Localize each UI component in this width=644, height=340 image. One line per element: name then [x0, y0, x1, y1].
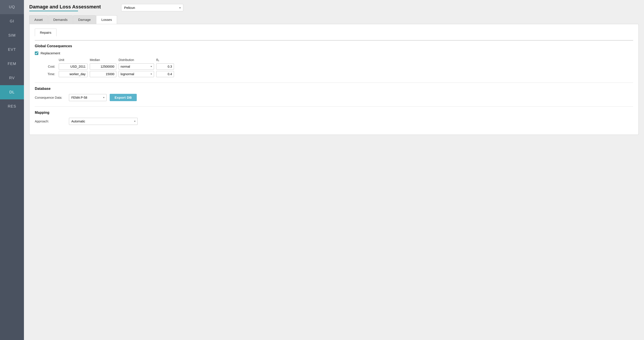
database-title: Database: [35, 87, 633, 91]
col-distribution-header: Distribution: [118, 58, 154, 62]
cost-label: Cost:: [36, 65, 56, 68]
replacement-row: Replacement: [35, 51, 633, 55]
sidebar-item-res[interactable]: RES: [0, 99, 24, 114]
content-area: Repairs Global Consequences Replacement …: [24, 24, 644, 340]
consequence-data-select[interactable]: FEMA P-58 Hazus MH: [69, 94, 106, 101]
approach-label: Approach:: [35, 120, 66, 123]
time-median-input[interactable]: [90, 71, 116, 77]
col-theta1-header: θ₁: [156, 58, 174, 62]
col-median-header: Median: [90, 58, 116, 62]
col-unit-header: Unit: [59, 58, 88, 62]
header-title-block: Damage and Loss Assessment: [29, 4, 101, 11]
database-section: Database Consequence Data: FEMA P-58 Haz…: [35, 87, 633, 101]
section-divider-1: [35, 83, 633, 83]
global-consequences-section: Global Consequences Replacement Unit Med…: [35, 44, 633, 77]
replacement-label: Replacement: [40, 51, 60, 55]
export-db-button[interactable]: Export DB: [110, 94, 137, 101]
consequence-data-select-wrapper: FEMA P-58 Hazus MH: [69, 94, 106, 101]
sidebar-item-evt[interactable]: EVT: [0, 43, 24, 57]
cost-distribution-select[interactable]: normal lognormal uniform: [118, 64, 154, 70]
tab-losses[interactable]: Losses: [96, 15, 117, 24]
sidebar-item-dl[interactable]: DL: [0, 85, 24, 99]
engine-select-wrapper: Pelicun OpenQuake: [121, 4, 183, 11]
page-title: Damage and Loss Assessment: [29, 4, 101, 10]
sidebar-item-fem[interactable]: FEM: [0, 57, 24, 71]
engine-select-container: Pelicun OpenQuake: [121, 4, 183, 11]
sidebar-item-sim[interactable]: SIM: [0, 28, 24, 43]
main-content: Damage and Loss Assessment Pelicun OpenQ…: [24, 0, 644, 340]
time-distribution-wrapper: normal lognormal uniform: [118, 71, 154, 77]
time-theta1-input[interactable]: [156, 71, 174, 77]
time-distribution-select[interactable]: normal lognormal uniform: [118, 71, 154, 77]
cost-theta1-input[interactable]: [156, 64, 174, 70]
consequence-data-label: Consequence Data:: [35, 96, 66, 99]
main-tabs: Asset Demands Damage Losses: [24, 15, 644, 24]
engine-select[interactable]: Pelicun OpenQuake: [121, 4, 183, 11]
sub-tabs: Repairs: [35, 29, 633, 36]
cost-distribution-wrapper: normal lognormal uniform: [118, 64, 154, 70]
data-grid: Unit Median Distribution θ₁ Cost: normal…: [36, 58, 633, 77]
sidebar-item-uq[interactable]: UQ: [0, 0, 24, 14]
replacement-checkbox[interactable]: [35, 52, 38, 55]
tab-asset[interactable]: Asset: [29, 15, 48, 24]
cost-median-input[interactable]: [90, 64, 116, 70]
sub-tab-underline: [35, 40, 633, 41]
time-label: Time:: [36, 72, 56, 76]
content-panel: Repairs Global Consequences Replacement …: [29, 24, 639, 135]
sidebar-item-rv[interactable]: RV: [0, 71, 24, 85]
mapping-section: Mapping Approach: Automatic Manual: [35, 111, 633, 125]
cost-unit-input[interactable]: [59, 64, 88, 70]
mapping-title: Mapping: [35, 111, 633, 115]
sub-tab-repairs[interactable]: Repairs: [35, 29, 56, 36]
approach-select-wrapper: Automatic Manual: [69, 118, 138, 125]
header-underline: [29, 11, 78, 11]
global-consequences-title: Global Consequences: [35, 44, 633, 48]
tab-demands[interactable]: Demands: [48, 15, 73, 24]
approach-select[interactable]: Automatic Manual: [69, 118, 138, 125]
tab-damage[interactable]: Damage: [73, 15, 96, 24]
sidebar: UQ GI SIM EVT FEM RV DL RES: [0, 0, 24, 340]
approach-row: Approach: Automatic Manual: [35, 118, 633, 125]
time-unit-input[interactable]: [59, 71, 88, 77]
header: Damage and Loss Assessment Pelicun OpenQ…: [24, 0, 644, 14]
consequence-data-row: Consequence Data: FEMA P-58 Hazus MH Exp…: [35, 94, 633, 101]
sidebar-item-gi[interactable]: GI: [0, 14, 24, 28]
